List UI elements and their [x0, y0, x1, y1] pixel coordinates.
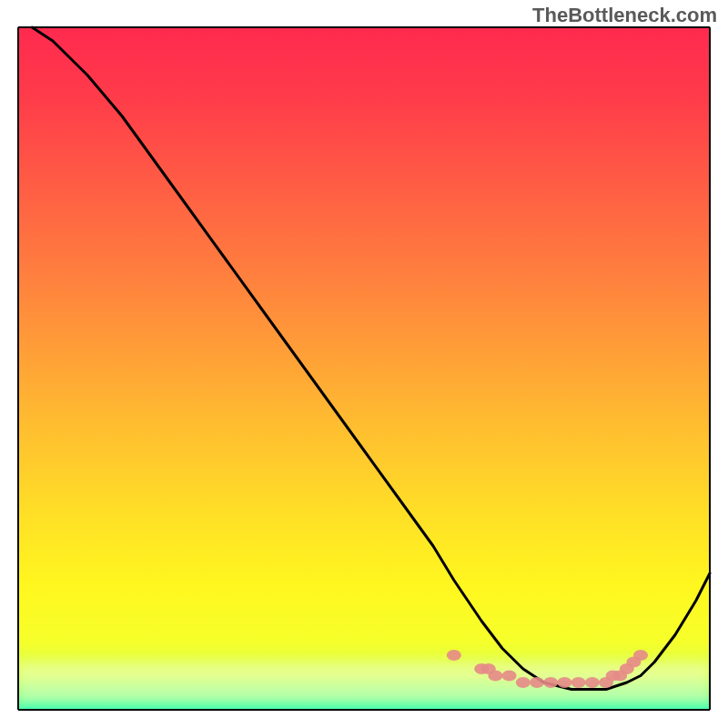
bottleneck-chart — [0, 0, 728, 728]
bottleneck-marker — [571, 677, 586, 688]
gradient-background — [18, 27, 710, 710]
bottleneck-marker — [502, 671, 517, 682]
watermark-text: TheBottleneck.com — [532, 4, 717, 27]
bottleneck-marker — [633, 650, 648, 661]
bottleneck-marker — [488, 671, 502, 682]
bottleneck-marker — [543, 677, 558, 688]
chart-container: TheBottleneck.com — [0, 0, 728, 728]
bottleneck-marker — [530, 677, 544, 688]
bottleneck-marker — [557, 677, 571, 688]
bottleneck-marker — [585, 677, 600, 688]
bottleneck-marker — [516, 677, 531, 688]
bottleneck-marker — [447, 650, 461, 661]
